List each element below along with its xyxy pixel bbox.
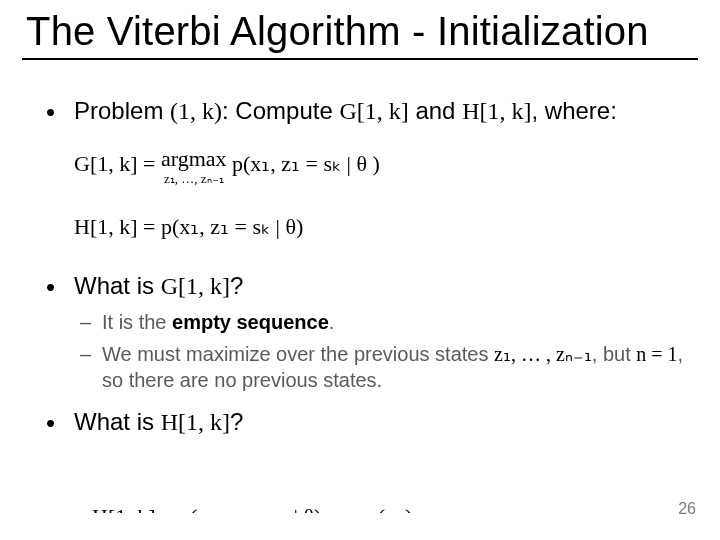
inner-list: It is the empty sequence. We must maximi…	[80, 309, 690, 393]
text: Problem	[74, 97, 170, 124]
inner-item-maximize: We must maximize over the previous state…	[80, 341, 690, 393]
text: ?	[230, 272, 243, 299]
h-ref: H[1, k]	[462, 98, 531, 124]
h-ref: H[1, k]	[161, 409, 230, 435]
bullet-problem: Problem (1, k): Compute G[1, k] and H[1,…	[46, 96, 690, 241]
text: : Compute	[222, 97, 339, 124]
bullet-what-is-g: What is G[1, k]? It is the empty sequenc…	[46, 271, 690, 393]
text: , where:	[531, 97, 616, 124]
bullet-list: Problem (1, k): Compute G[1, k] and H[1,…	[46, 96, 690, 451]
g-ref: G[1, k]	[339, 98, 408, 124]
page-number: 26	[678, 500, 696, 518]
text: .	[329, 311, 335, 333]
text: and	[409, 97, 462, 124]
lhs: G[1, k] =	[74, 151, 161, 176]
empty-sequence: empty sequence	[172, 311, 329, 333]
equation-g: G[1, k] = argmaxz₁, …, zₙ₋₁ p(x₁, z₁ = s…	[74, 148, 690, 185]
slide: The Viterbi Algorithm - Initialization P…	[0, 0, 720, 540]
text: , but	[592, 343, 636, 365]
argmax: argmaxz₁, …, zₙ₋₁	[161, 148, 227, 185]
cutoff-equation: H[1, k] = p(x₁, z₁ = sₖ | θ) = π p (x₁)	[92, 504, 412, 530]
title-underline	[22, 58, 698, 60]
n-eq-1: n = 1	[636, 343, 677, 365]
equation-h: H[1, k] = p(x₁, z₁ = sₖ | θ)	[74, 213, 690, 241]
text: What is	[74, 272, 161, 299]
text: What is	[74, 408, 161, 435]
bullet-what-is-h: What is H[1, k]?	[46, 407, 690, 437]
z-seq: z₁, … , zₙ₋₁	[494, 343, 592, 365]
problem-ref: (1, k)	[170, 98, 222, 124]
text: It is the	[102, 311, 172, 333]
slide-title: The Viterbi Algorithm - Initialization	[26, 10, 649, 52]
text: We must maximize over the previous state…	[102, 343, 494, 365]
rhs: p(x₁, z₁ = sₖ | θ )	[227, 151, 380, 176]
text: ?	[230, 408, 243, 435]
inner-item-empty: It is the empty sequence.	[80, 309, 690, 335]
g-ref: G[1, k]	[161, 273, 230, 299]
